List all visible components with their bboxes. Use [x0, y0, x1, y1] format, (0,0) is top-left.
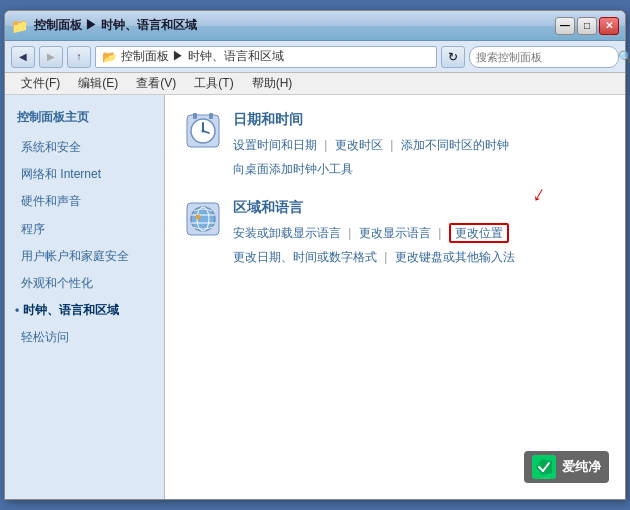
sidebar-item-hardware[interactable]: 硬件和声音 — [5, 188, 164, 215]
menu-file[interactable]: 文件(F) — [13, 73, 68, 94]
path-text: 控制面板 ▶ 时钟、语言和区域 — [121, 48, 284, 65]
region-body: 区域和语言 安装或卸载显示语言 | 更改显示语言 | 更改位置 更改日期、时间或… — [233, 199, 515, 269]
sidebar-home[interactable]: 控制面板主页 — [5, 105, 164, 134]
sidebar-item-appearance[interactable]: 外观和个性化 — [5, 270, 164, 297]
back-button[interactable]: ◀ — [11, 46, 35, 68]
link-change-display-lang[interactable]: 更改显示语言 — [359, 226, 431, 240]
sidebar-item-system[interactable]: 系统和安全 — [5, 134, 164, 161]
globe-icon — [185, 201, 221, 237]
svg-rect-5 — [193, 113, 197, 119]
arrow-annotation: ↓ — [528, 180, 551, 208]
search-icon: 🔍 — [618, 50, 630, 64]
up-button[interactable]: ↑ — [67, 46, 91, 68]
sidebar: 控制面板主页 系统和安全 网络和 Internet 硬件和声音 程序 用户帐户和… — [5, 95, 165, 499]
menu-tools[interactable]: 工具(T) — [186, 73, 241, 94]
link-add-clocks[interactable]: 添加不同时区的时钟 — [401, 138, 509, 152]
path-icon: 📂 — [102, 50, 117, 64]
content-panel: 日期和时间 设置时间和日期 | 更改时区 | 添加不同时区的时钟 向桌面添加时钟… — [165, 95, 625, 499]
region-title[interactable]: 区域和语言 — [233, 199, 515, 217]
datetime-body: 日期和时间 设置时间和日期 | 更改时区 | 添加不同时区的时钟 向桌面添加时钟… — [233, 111, 509, 181]
link-change-keyboard[interactable]: 更改键盘或其他输入法 — [395, 250, 515, 264]
sidebar-item-accessibility[interactable]: 轻松访问 — [5, 324, 164, 351]
section-datetime: 日期和时间 设置时间和日期 | 更改时区 | 添加不同时区的时钟 向桌面添加时钟… — [185, 111, 605, 181]
refresh-button[interactable]: ↻ — [441, 46, 465, 68]
title-bar: 📁 控制面板 ▶ 时钟、语言和区域 — □ ✕ — [5, 11, 625, 41]
menu-help[interactable]: 帮助(H) — [244, 73, 301, 94]
watermark-text: 爱纯净 — [562, 458, 601, 476]
minimize-button[interactable]: — — [555, 17, 575, 35]
search-box: 🔍 — [469, 46, 619, 68]
folder-icon: 📁 — [11, 18, 28, 34]
link-change-location[interactable]: 更改位置 — [449, 223, 509, 243]
datetime-links-row1: 设置时间和日期 | 更改时区 | 添加不同时区的时钟 — [233, 133, 509, 157]
menu-edit[interactable]: 编辑(E) — [70, 73, 126, 94]
sidebar-item-clock[interactable]: •时钟、语言和区域 — [5, 297, 164, 324]
address-path[interactable]: 📂 控制面板 ▶ 时钟、语言和区域 — [95, 46, 437, 68]
close-button[interactable]: ✕ — [599, 17, 619, 35]
content-wrapper: 日期和时间 设置时间和日期 | 更改时区 | 添加不同时区的时钟 向桌面添加时钟… — [165, 95, 625, 499]
link-change-timezone[interactable]: 更改时区 — [335, 138, 383, 152]
address-bar: ◀ ▶ ↑ 📂 控制面板 ▶ 时钟、语言和区域 ↻ 🔍 — [5, 41, 625, 73]
datetime-title[interactable]: 日期和时间 — [233, 111, 509, 129]
maximize-button[interactable]: □ — [577, 17, 597, 35]
link-install-lang[interactable]: 安装或卸载显示语言 — [233, 226, 341, 240]
link-set-datetime[interactable]: 设置时间和日期 — [233, 138, 317, 152]
title-bar-title: 控制面板 ▶ 时钟、语言和区域 — [34, 17, 197, 34]
section-region: 区域和语言 安装或卸载显示语言 | 更改显示语言 | 更改位置 更改日期、时间或… — [185, 199, 605, 269]
window: 📁 控制面板 ▶ 时钟、语言和区域 — □ ✕ ◀ ▶ ↑ 📂 控制面板 ▶ 时… — [4, 10, 626, 500]
search-input[interactable] — [476, 51, 614, 63]
sidebar-item-users[interactable]: 用户帐户和家庭安全 — [5, 243, 164, 270]
title-bar-left: 📁 控制面板 ▶ 时钟、语言和区域 — [11, 17, 197, 34]
clock-icon — [185, 113, 221, 149]
sidebar-item-programs[interactable]: 程序 — [5, 216, 164, 243]
watermark: 爱纯净 — [524, 451, 609, 483]
datetime-links-row2: 向桌面添加时钟小工具 — [233, 157, 509, 181]
svg-point-4 — [202, 130, 205, 133]
svg-point-12 — [196, 215, 201, 220]
svg-rect-6 — [209, 113, 213, 119]
link-change-formats[interactable]: 更改日期、时间或数字格式 — [233, 250, 377, 264]
region-links-row1: 安装或卸载显示语言 | 更改显示语言 | 更改位置 — [233, 221, 515, 245]
title-bar-controls: — □ ✕ — [555, 17, 619, 35]
menu-bar: 文件(F) 编辑(E) 查看(V) 工具(T) 帮助(H) — [5, 73, 625, 95]
watermark-icon — [532, 455, 556, 479]
menu-view[interactable]: 查看(V) — [128, 73, 184, 94]
forward-button[interactable]: ▶ — [39, 46, 63, 68]
main-area: 控制面板主页 系统和安全 网络和 Internet 硬件和声音 程序 用户帐户和… — [5, 95, 625, 499]
link-add-gadget[interactable]: 向桌面添加时钟小工具 — [233, 162, 353, 176]
region-links-row2: 更改日期、时间或数字格式 | 更改键盘或其他输入法 — [233, 245, 515, 269]
sidebar-item-network[interactable]: 网络和 Internet — [5, 161, 164, 188]
bullet-icon: • — [15, 301, 19, 320]
